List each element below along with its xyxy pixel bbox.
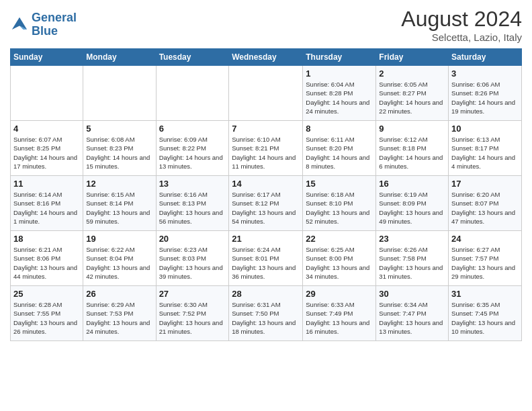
day-info: Sunrise: 6:21 AM: [13, 245, 80, 254]
day-number: 7: [232, 124, 300, 134]
day-info: Daylight: 13 hours and 31 minutes.: [379, 263, 445, 281]
col-monday: Monday: [83, 49, 156, 66]
day-number: 19: [86, 234, 152, 244]
day-cell: 6Sunrise: 6:09 AMSunset: 8:22 PMDaylight…: [156, 121, 229, 176]
subtitle: Selcetta, Lazio, Italy: [401, 32, 522, 43]
day-info: Daylight: 14 hours and 22 minutes.: [379, 98, 445, 116]
day-info: Sunrise: 6:17 AM: [232, 190, 300, 199]
day-info: Daylight: 13 hours and 29 minutes.: [451, 263, 519, 281]
week-row-4: 25Sunrise: 6:28 AMSunset: 7:55 PMDayligh…: [11, 286, 522, 341]
day-info: Daylight: 14 hours and 8 minutes.: [306, 153, 373, 171]
day-number: 28: [232, 289, 300, 299]
day-info: Sunrise: 6:06 AM: [451, 80, 519, 89]
day-info: Sunrise: 6:30 AM: [159, 300, 226, 309]
day-info: Sunrise: 6:27 AM: [451, 245, 519, 254]
day-info: Daylight: 13 hours and 24 minutes.: [86, 318, 152, 336]
day-info: Sunset: 8:23 PM: [86, 144, 152, 152]
day-info: Sunrise: 6:19 AM: [379, 190, 445, 199]
page: General Blue August 2024 Selcetta, Lazio…: [0, 0, 532, 411]
day-cell: 2Sunrise: 6:05 AMSunset: 8:27 PMDaylight…: [376, 66, 449, 121]
day-info: Sunrise: 6:20 AM: [451, 190, 519, 199]
day-number: 4: [13, 124, 80, 134]
day-number: 31: [451, 289, 519, 299]
day-info: Sunset: 8:07 PM: [451, 199, 519, 208]
day-cell: 27Sunrise: 6:30 AMSunset: 7:52 PMDayligh…: [156, 286, 229, 341]
day-cell: 29Sunrise: 6:33 AMSunset: 7:49 PMDayligh…: [303, 286, 376, 341]
day-info: Sunset: 8:09 PM: [379, 199, 445, 208]
day-cell: 15Sunrise: 6:18 AMSunset: 8:10 PMDayligh…: [303, 176, 376, 231]
day-cell: 12Sunrise: 6:15 AMSunset: 8:14 PMDayligh…: [83, 176, 156, 231]
day-cell: 31Sunrise: 6:35 AMSunset: 7:45 PMDayligh…: [449, 286, 522, 341]
day-cell: 7Sunrise: 6:10 AMSunset: 8:21 PMDaylight…: [229, 121, 303, 176]
day-cell: 14Sunrise: 6:17 AMSunset: 8:12 PMDayligh…: [229, 176, 303, 231]
day-info: Sunrise: 6:25 AM: [306, 245, 373, 254]
calendar-header: Sunday Monday Tuesday Wednesday Thursday…: [11, 49, 522, 66]
day-info: Sunset: 7:58 PM: [379, 254, 445, 263]
day-number: 11: [13, 179, 80, 189]
day-info: Sunrise: 6:22 AM: [86, 245, 152, 254]
day-info: Sunset: 8:16 PM: [13, 199, 80, 208]
day-cell: 19Sunrise: 6:22 AMSunset: 8:04 PMDayligh…: [83, 231, 156, 286]
day-number: 22: [306, 234, 373, 244]
day-number: 26: [86, 289, 152, 299]
calendar-body: 1Sunrise: 6:04 AMSunset: 8:28 PMDaylight…: [11, 66, 522, 341]
day-cell: 10Sunrise: 6:13 AMSunset: 8:17 PMDayligh…: [449, 121, 522, 176]
day-info: Sunrise: 6:10 AM: [232, 135, 300, 144]
day-number: 23: [379, 234, 445, 244]
day-info: Daylight: 14 hours and 4 minutes.: [451, 153, 519, 171]
day-number: 29: [306, 289, 373, 299]
day-cell: 9Sunrise: 6:12 AMSunset: 8:18 PMDaylight…: [376, 121, 449, 176]
day-number: 25: [13, 289, 80, 299]
day-info: Sunset: 8:03 PM: [159, 254, 226, 263]
day-number: 12: [86, 179, 152, 189]
day-cell: 24Sunrise: 6:27 AMSunset: 7:57 PMDayligh…: [449, 231, 522, 286]
day-number: 9: [379, 124, 445, 134]
day-info: Sunset: 8:14 PM: [86, 199, 152, 208]
day-info: Daylight: 13 hours and 59 minutes.: [86, 208, 152, 226]
day-cell: [11, 66, 83, 121]
day-info: Sunset: 7:47 PM: [379, 309, 445, 318]
day-info: Sunset: 8:13 PM: [159, 199, 226, 208]
day-cell: 16Sunrise: 6:19 AMSunset: 8:09 PMDayligh…: [376, 176, 449, 231]
day-info: Sunset: 7:55 PM: [13, 309, 80, 318]
day-info: Sunset: 8:18 PM: [379, 144, 445, 152]
day-info: Daylight: 14 hours and 6 minutes.: [379, 153, 445, 171]
day-info: Sunset: 8:17 PM: [451, 144, 519, 152]
day-number: 14: [232, 179, 300, 189]
day-cell: 25Sunrise: 6:28 AMSunset: 7:55 PMDayligh…: [11, 286, 83, 341]
day-cell: 8Sunrise: 6:11 AMSunset: 8:20 PMDaylight…: [303, 121, 376, 176]
day-cell: 28Sunrise: 6:31 AMSunset: 7:50 PMDayligh…: [229, 286, 303, 341]
day-info: Daylight: 14 hours and 13 minutes.: [159, 153, 226, 171]
day-cell: 11Sunrise: 6:14 AMSunset: 8:16 PMDayligh…: [11, 176, 83, 231]
header-row: Sunday Monday Tuesday Wednesday Thursday…: [11, 49, 522, 66]
day-info: Sunset: 8:00 PM: [306, 254, 373, 263]
day-cell: 26Sunrise: 6:29 AMSunset: 7:53 PMDayligh…: [83, 286, 156, 341]
day-info: Daylight: 14 hours and 17 minutes.: [13, 153, 80, 171]
col-sunday: Sunday: [11, 49, 83, 66]
day-cell: 13Sunrise: 6:16 AMSunset: 8:13 PMDayligh…: [156, 176, 229, 231]
day-info: Daylight: 13 hours and 18 minutes.: [232, 318, 300, 336]
day-number: 16: [379, 179, 445, 189]
week-row-2: 11Sunrise: 6:14 AMSunset: 8:16 PMDayligh…: [11, 176, 522, 231]
col-wednesday: Wednesday: [229, 49, 303, 66]
day-cell: [156, 66, 229, 121]
day-info: Sunrise: 6:34 AM: [379, 300, 445, 309]
logo: General Blue: [10, 11, 77, 38]
day-info: Sunrise: 6:26 AM: [379, 245, 445, 254]
logo-line2: Blue: [32, 24, 58, 38]
day-number: 17: [451, 179, 519, 189]
day-info: Sunrise: 6:18 AM: [306, 190, 373, 199]
day-cell: 21Sunrise: 6:24 AMSunset: 8:01 PMDayligh…: [229, 231, 303, 286]
week-row-1: 4Sunrise: 6:07 AMSunset: 8:25 PMDaylight…: [11, 121, 522, 176]
day-info: Sunrise: 6:08 AM: [86, 135, 152, 144]
day-number: 30: [379, 289, 445, 299]
day-info: Sunrise: 6:13 AM: [451, 135, 519, 144]
day-info: Sunrise: 6:29 AM: [86, 300, 152, 309]
day-number: 2: [379, 68, 445, 79]
day-info: Sunrise: 6:33 AM: [306, 300, 373, 309]
day-info: Daylight: 13 hours and 47 minutes.: [451, 208, 519, 226]
day-info: Sunrise: 6:04 AM: [306, 80, 373, 89]
week-row-0: 1Sunrise: 6:04 AMSunset: 8:28 PMDaylight…: [11, 66, 522, 121]
day-info: Daylight: 14 hours and 19 minutes.: [451, 98, 519, 116]
day-cell: [229, 66, 303, 121]
